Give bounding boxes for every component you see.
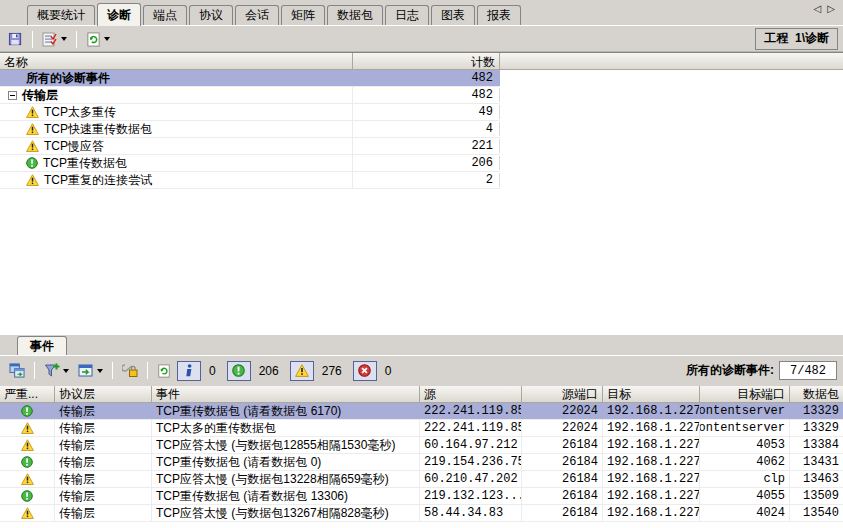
tab-scroll-right-icon[interactable]: ▷ [827,3,835,14]
tab-endpoints[interactable]: 端点 [143,5,187,25]
severity-cell [0,437,55,453]
filter-warning-toggle[interactable] [290,361,314,381]
event-row[interactable]: 传输层 TCP重传数据包 (请看数据包 6170) 222.241.119.85… [0,403,843,420]
tab-scroll-buttons: ◁ ▷ [814,3,835,14]
event-row[interactable]: 传输层 TCP应答太慢 (与数据包13267相隔828毫秒) 58.44.34.… [0,505,843,522]
filter-notice-toggle[interactable] [227,361,251,381]
refresh-events-button[interactable] [154,361,174,381]
key-lock-icon [122,363,138,378]
tab-packets[interactable]: 数据包 [327,5,383,25]
column-header-layer[interactable]: 协议层 [55,386,152,403]
notice-icon [21,405,33,417]
target-cell: 192.168.1.227 [603,488,700,504]
layer-cell: 传输层 [55,505,152,521]
notice-icon [21,456,33,468]
tab-summary-stats[interactable]: 概要统计 [27,5,95,25]
refresh-icon [157,364,171,378]
source-cell: 219.154.236.75 [420,454,522,470]
error-icon [358,364,371,377]
tree-row-transport-layer[interactable]: 传输层 482 [0,87,500,104]
notice-count: 206 [259,364,279,378]
tree-row-label: TCP重复的连接尝试 [44,172,152,188]
tree-row-tcp-retrans[interactable]: TCP重传数据包 206 [0,155,500,172]
severity-cell [0,471,55,487]
view-tabstrip: 概要统计 诊断 端点 协议 会话 矩阵 数据包 日志 图表 报表 ◁ ▷ [0,0,843,26]
column-header-severity[interactable]: 严重... [0,386,55,403]
tree-row-count: 2 [353,173,500,187]
tab-scroll-left-icon[interactable]: ◁ [814,3,822,14]
event-cell: TCP重传数据包 (请看数据包 0) [152,454,420,470]
severity-cell [0,505,55,521]
column-header-event[interactable]: 事件 [152,386,420,403]
save-button[interactable] [5,29,26,49]
filter-scope-label: 所有的诊断事件: [686,362,774,379]
tab-logs[interactable]: 日志 [385,5,429,25]
source-port-cell: 26184 [522,437,603,453]
filter-error-toggle[interactable] [353,361,377,381]
packet-cell: 13431 [790,454,843,470]
tab-matrix[interactable]: 矩阵 [281,5,325,25]
tree-row-count: 49 [353,105,500,119]
layer-cell: 传输层 [55,454,152,470]
target-cell: 192.168.1.227 [603,420,700,436]
tree-row-tcp-too-many-retrans[interactable]: TCP太多重传 49 [0,104,500,121]
event-row[interactable]: 传输层 TCP应答太慢 (与数据包12855相隔1530毫秒) 60.164.9… [0,437,843,454]
tab-protocols[interactable]: 协议 [189,5,233,25]
column-header-target-port[interactable]: 目标端口 [700,386,790,403]
warning-icon [21,439,34,451]
column-header-target[interactable]: 目标 [603,386,700,403]
filter-plus-icon [44,363,60,379]
tree-row-all-events[interactable]: 所有的诊断事件 482 [0,70,500,87]
target-port-cell: 4024 [700,505,790,521]
layer-cell: 传输层 [55,437,152,453]
diagnosis-settings-button[interactable] [39,29,70,49]
toolbar-separator [112,362,113,379]
event-row[interactable]: 传输层 TCP重传数据包 (请看数据包 0) 219.154.236.75 26… [0,454,843,471]
warning-icon [26,123,39,135]
warning-icon [21,473,34,485]
tree-row-count: 206 [353,156,500,170]
tab-events[interactable]: 事件 [17,336,67,355]
add-filter-button[interactable] [41,361,72,381]
source-cell: 222.241.119.85 [420,403,522,419]
filter-info-toggle[interactable] [177,361,201,381]
event-row[interactable]: 传输层 TCP太多的重传数据包 222.241.119.85 22024 192… [0,420,843,437]
severity-cell [0,488,55,504]
target-port-cell: clp [700,471,790,487]
diagnosis-toolbar: 工程 1\诊断 [0,27,843,52]
event-row[interactable]: 传输层 TCP应答太慢 (与数据包13228相隔659毫秒) 60.210.47… [0,471,843,488]
source-port-cell: 26184 [522,454,603,470]
tab-charts[interactable]: 图表 [431,5,475,25]
column-header-name[interactable]: 名称 [0,53,353,70]
refresh-button[interactable] [83,29,113,49]
event-row[interactable]: 传输层 TCP重传数据包 (请看数据包 13306) 219.132.123..… [0,488,843,505]
tree-row-tcp-repeated-connect[interactable]: TCP重复的连接尝试 2 [0,172,500,189]
tab-conversations[interactable]: 会话 [235,5,279,25]
column-header-source[interactable]: 源 [420,386,522,403]
column-header-packet[interactable]: 数据包 [790,386,843,403]
collapse-minus-icon[interactable] [8,91,17,100]
tab-reports[interactable]: 报表 [477,5,521,25]
tree-header-row: 名称 计数 [0,53,843,70]
warning-icon [26,174,39,186]
source-port-cell: 26184 [522,505,603,521]
warning-count: 276 [322,364,342,378]
lock-button[interactable] [119,361,141,381]
tree-row-label: TCP慢应答 [44,138,104,154]
warning-icon [21,422,34,434]
source-cell: 222.241.119.85 [420,420,522,436]
tree-row-tcp-fast-retrans[interactable]: TCP快速重传数据包 4 [0,121,500,138]
target-port-cell: contentserver [700,420,790,436]
locate-in-packets-button[interactable] [6,361,28,381]
column-header-source-port[interactable]: 源端口 [522,386,603,403]
warning-icon [295,364,309,377]
tab-diagnosis[interactable]: 诊断 [97,3,141,26]
export-events-button[interactable] [75,361,106,381]
dropdown-caret-icon [61,37,67,41]
target-cell: 192.168.1.227 [603,437,700,453]
warning-icon [26,106,39,118]
column-header-count[interactable]: 计数 [353,53,500,70]
packet-cell: 13384 [790,437,843,453]
tree-row-tcp-slow-ack[interactable]: TCP慢应答 221 [0,138,500,155]
target-port-cell: 4053 [700,437,790,453]
